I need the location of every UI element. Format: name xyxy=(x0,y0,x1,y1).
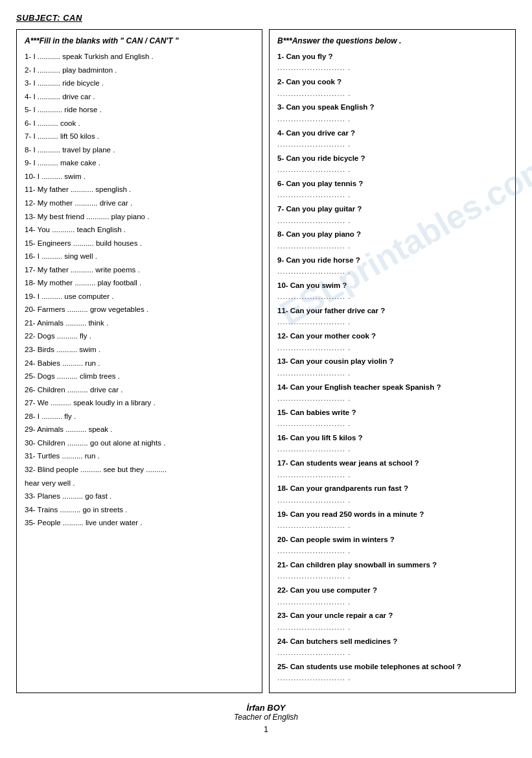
answer-line: ......................... . xyxy=(277,266,507,278)
question-text: 11- Can your father drive car ? xyxy=(277,305,507,316)
question-item: 19- Can you read 250 words in a minute ?… xyxy=(277,508,507,532)
footer: İrfan BOY Teacher of English 1 xyxy=(16,703,516,734)
left-item: 22- Dogs .......... fly . xyxy=(25,330,254,343)
question-item: 6- Can you play tennis ?................… xyxy=(277,178,507,201)
question-text: 18- Can your grandparents run fast ? xyxy=(277,482,507,494)
left-item: 9- I .......... make cake . xyxy=(25,157,254,170)
left-item: 24- Babies .......... run . xyxy=(25,357,254,370)
left-item: 10- I .......... swim . xyxy=(25,171,254,184)
question-item: 2- Can you cook ?.......................… xyxy=(277,76,507,99)
right-questions-container: 1- Can you fly ?........................… xyxy=(277,51,507,684)
question-text: 13- Can your cousin play violin ? xyxy=(277,355,507,367)
left-items-container: 1- I ........... speak Turkish and Engli… xyxy=(25,51,254,530)
question-item: 20- Can people swim in winters ?........… xyxy=(277,534,507,557)
answer-line: ......................... . xyxy=(277,393,507,405)
left-item: 26- Children .......... drive car . xyxy=(25,384,254,397)
left-item: 7- I .......... lift 50 kilos . xyxy=(25,130,254,143)
answer-line: ......................... . xyxy=(277,672,507,684)
subject-value: CAN xyxy=(60,13,82,23)
left-item: 18- My mother .......... play football . xyxy=(25,277,254,290)
question-text: 7- Can you play guitar ? xyxy=(277,203,507,215)
section-b-title: B***Answer the questions below . xyxy=(277,36,507,45)
question-item: 7- Can you play guitar ?................… xyxy=(277,203,507,226)
question-text: 2- Can you cook ? xyxy=(277,76,507,88)
left-item: 2- I ........... play badminton . xyxy=(25,64,254,77)
left-item: 20- Farmers .......... grow vegetables . xyxy=(25,303,254,316)
left-item: 35- People .......... live under water . xyxy=(25,517,254,530)
left-item: 23- Birds .......... swim . xyxy=(25,344,254,357)
left-item: 4- I ........... drive car . xyxy=(25,91,254,104)
left-item: 21- Animals .......... think . xyxy=(25,317,254,330)
question-item: 21- Can children play snowball in summer… xyxy=(277,559,507,582)
answer-line: ......................... . xyxy=(277,597,507,608)
answer-line: ......................... . xyxy=(277,444,507,455)
answer-line: ......................... . xyxy=(277,495,507,506)
question-item: 18- Can your grandparents run fast ?....… xyxy=(277,482,507,506)
question-item: 9- Can you ride horse ?.................… xyxy=(277,254,507,278)
page-number: 1 xyxy=(16,725,516,734)
answer-line: ......................... . xyxy=(277,291,507,303)
left-item: 1- I ........... speak Turkish and Engli… xyxy=(25,51,254,64)
question-item: 23- Can your uncle repair a car ?.......… xyxy=(277,610,507,633)
left-item: 30- Children .......... go out alone at … xyxy=(25,437,254,450)
answer-line: ......................... . xyxy=(277,368,507,379)
answer-line: ......................... . xyxy=(277,113,507,125)
left-item: 33- Planes .......... go fast . xyxy=(25,490,254,503)
question-item: 22- Can you use computer ?..............… xyxy=(277,584,507,608)
question-item: 15- Can babies write ?..................… xyxy=(277,407,507,430)
question-text: 14- Can your English teacher speak Spani… xyxy=(277,381,507,393)
question-item: 24- Can butchers sell medicines ?.......… xyxy=(277,635,507,659)
question-text: 20- Can people swim in winters ? xyxy=(277,534,507,545)
page: SUBJECT: CAN A***Fill in the blanks with… xyxy=(16,13,516,746)
left-item: 32- Blind people .......... see but they… xyxy=(25,464,254,477)
main-content: A***Fill in the blanks with " CAN / CAN'… xyxy=(16,29,516,693)
question-text: 17- Can students wear jeans at school ? xyxy=(277,457,507,469)
question-text: 3- Can you speak English ? xyxy=(277,101,507,113)
question-text: 10- Can you swim ? xyxy=(277,279,507,291)
left-item: 27- We .......... speak loudly in a libr… xyxy=(25,397,254,410)
answer-line: ......................... . xyxy=(277,342,507,354)
question-item: 16- Can you lift 5 kilos ?..............… xyxy=(277,432,507,455)
subject-line: SUBJECT: CAN xyxy=(16,13,516,23)
question-item: 17- Can students wear jeans at school ?.… xyxy=(277,457,507,480)
question-item: 1- Can you fly ?........................… xyxy=(277,51,507,74)
left-item: 14- You ........... teach English . xyxy=(25,224,254,237)
left-item: 25- Dogs .......... climb trees . xyxy=(25,370,254,383)
question-text: 24- Can butchers sell medicines ? xyxy=(277,635,507,647)
left-item: 28- I .......... fly . xyxy=(25,410,254,423)
question-text: 6- Can you play tennis ? xyxy=(277,178,507,189)
author-name: İrfan BOY xyxy=(16,703,516,713)
question-item: 13- Can your cousin play violin ?.......… xyxy=(277,355,507,379)
author-title: Teacher of English xyxy=(16,713,516,722)
left-item: 15- Engineers .......... build houses . xyxy=(25,237,254,250)
left-item: hear very well . xyxy=(25,477,254,490)
subject-label: SUBJECT: xyxy=(16,13,60,23)
left-item: 29- Animals .......... speak . xyxy=(25,423,254,436)
left-item: 5- I ............ ride horse . xyxy=(25,104,254,117)
question-item: 11- Can your father drive car ?.........… xyxy=(277,305,507,328)
left-item: 31- Turtles .......... run . xyxy=(25,450,254,463)
left-item: 12- My mother ........... drive car . xyxy=(25,197,254,210)
answer-line: ......................... . xyxy=(277,189,507,201)
question-text: 15- Can babies write ? xyxy=(277,407,507,418)
answer-line: ......................... . xyxy=(277,316,507,328)
left-item: 3- I ........... ride bicycle . xyxy=(25,77,254,90)
question-item: 5- Can you ride bicycle ?...............… xyxy=(277,152,507,176)
question-text: 19- Can you read 250 words in a minute ? xyxy=(277,508,507,520)
left-item: 19- I .......... use computer . xyxy=(25,290,254,303)
left-item: 13- My best friend ........... play pian… xyxy=(25,211,254,224)
question-text: 8- Can you play piano ? xyxy=(277,228,507,240)
question-item: 8- Can you play piano ?.................… xyxy=(277,228,507,252)
question-item: 12- Can your mother cook ?..............… xyxy=(277,330,507,353)
answer-line: ......................... . xyxy=(277,545,507,557)
answer-line: ......................... . xyxy=(277,571,507,582)
answer-line: ......................... . xyxy=(277,88,507,100)
question-text: 1- Can you fly ? xyxy=(277,51,507,62)
left-item: 34- Trains .......... go in streets . xyxy=(25,504,254,517)
question-item: 3- Can you speak English ?..............… xyxy=(277,101,507,124)
answer-line: ......................... . xyxy=(277,241,507,252)
answer-line: ......................... . xyxy=(277,469,507,481)
answer-line: ......................... . xyxy=(277,520,507,532)
answer-line: ......................... . xyxy=(277,215,507,227)
answer-line: ......................... . xyxy=(277,62,507,74)
